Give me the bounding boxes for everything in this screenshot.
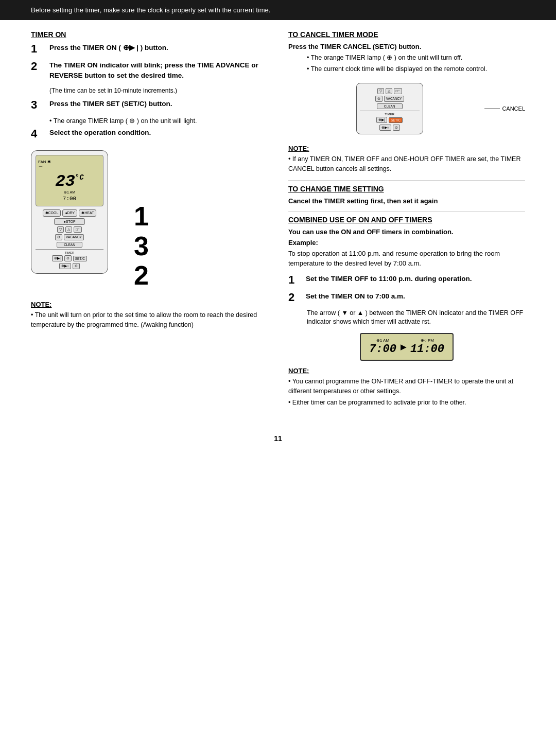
step-numbers-large: 1 3 2 <box>134 202 149 290</box>
sleep-btn: □⁻ <box>74 226 82 233</box>
divider1 <box>288 180 525 181</box>
sr-clean-row: CLEAN <box>360 103 420 109</box>
cool-btn: ✱COOL <box>43 209 61 217</box>
cancel-bullet1: • The orange TIMER lamp ( ⊕ ) on the uni… <box>307 54 525 63</box>
sr-timer-on-btn[interactable]: ⊕▶| <box>376 117 387 123</box>
combined-step2-bullet: The arrow ( ▼ or ▲ ) between the TIMER O… <box>307 309 525 327</box>
combined-step2-text: Set the TIMER ON to 7:00 a.m. <box>306 291 405 302</box>
fan-row: FAN ✱ <box>38 160 101 164</box>
sr-arrow-up: △ <box>386 88 392 94</box>
left-column: TIMER ON 1 Press the TIMER ON ( ⊕▶ | ) b… <box>31 30 268 414</box>
clean-row: CLEAN <box>36 242 103 248</box>
page-number: 11 <box>0 424 556 453</box>
timer-onoff-btn[interactable]: ⊕▶○ <box>59 263 71 269</box>
step2-number: 2 <box>31 60 46 73</box>
stop-btn: ●STOP <box>54 218 85 225</box>
combined-heading: COMBINED USE OF ON AND OFF TIMERS <box>288 216 525 224</box>
s-btn: ⊙ <box>55 234 62 240</box>
timer-section: TIMER ⊕▶| ⊙ SET/C ⊕▶○ ⊙ <box>36 249 103 269</box>
timer-on-small-label: ⊕1 AM <box>376 338 389 343</box>
timer-display-area: ⊕1 AM 7:00 ▶ ⊕○ PM 11:00 <box>288 333 525 361</box>
bottom-note-heading: NOTE: <box>288 367 525 375</box>
step1-number: 1 <box>31 43 46 55</box>
timer-on-heading: TIMER ON <box>31 30 268 39</box>
step1-block: 1 Press the TIMER ON ( ⊕▶ | ) button. <box>31 43 268 55</box>
vacancy-btn: VACANCY <box>64 234 84 240</box>
bottom-note-text2: • Either timer can be programmed to acti… <box>288 398 525 408</box>
timer-circle-btn[interactable]: ⊙ <box>64 255 72 261</box>
example-text: To stop operation at 11:00 p.m. and resu… <box>288 249 525 269</box>
step4-text: Select the operation condition. <box>49 128 151 138</box>
combined-step1-num: 1 <box>288 274 303 286</box>
time-display: 7:00 <box>63 196 76 202</box>
sr-arrow-down: ▽ <box>377 88 384 94</box>
timer-combined-display: ⊕1 AM 7:00 ▶ ⊕○ PM 11:00 <box>360 333 454 361</box>
step4-block: 4 Select the operation condition. <box>31 128 268 140</box>
timer-on-display: ⊕1 AM 7:00 <box>369 338 396 356</box>
change-time-heading: TO CHANGE TIME SETTING <box>288 185 525 193</box>
sr-s-vacancy-row: ⊙ VACANCY <box>360 96 420 102</box>
large-num-3: 3 <box>134 232 149 261</box>
setc-btn[interactable]: SET/C <box>73 256 87 261</box>
fan-icon: ⌒ <box>38 165 43 172</box>
cancel-label: CANCEL <box>502 106 525 112</box>
timer-indicator: ⊕1 AM <box>64 190 75 195</box>
combined-step2: 2 Set the TIMER ON to 7:00 a.m. <box>288 291 525 304</box>
clean-btn: CLEAN <box>57 242 82 248</box>
step3-text: Press the TIMER SET (SET/C) button. <box>49 99 172 109</box>
sr-timer-section: TIMER ⊕▶| SET/C ⊕▶○ ⊙ <box>360 111 420 131</box>
arrow-btns-row: ▽ △ □⁻ <box>36 226 103 233</box>
timer-off-small-label: ⊕○ PM <box>421 338 434 343</box>
cancel-bullet2: • The current clock time will be display… <box>307 65 525 74</box>
example-heading: Example: <box>288 239 525 247</box>
step3-bullet: • The orange TIMER lamp ( ⊕ ) on the uni… <box>49 117 268 126</box>
sr-vacancy-btn: VACANCY <box>384 96 404 102</box>
remote-illustration: FAN ✱ ⌒ 23°C ⊕1 AM 7:00 ✱C <box>31 150 268 290</box>
cancel-remote-area: ▽ △ □⁻ ⊙ VACANCY CLEAN TIMER ⊕▶| <box>299 79 525 138</box>
main-content: TIMER ON 1 Press the TIMER ON ( ⊕▶ | ) b… <box>0 20 556 424</box>
fan-label: FAN ✱ <box>38 160 51 164</box>
step3-block: 3 Press the TIMER SET (SET/C) button. <box>31 99 268 111</box>
page-container: Before setting the timer, make sure the … <box>0 0 556 756</box>
timer-row2: ⊕▶○ ⊙ <box>36 263 103 269</box>
cancel-arrow <box>484 109 500 109</box>
combined-step2-num: 2 <box>288 291 303 304</box>
timer-row1: ⊕▶| ⊙ SET/C <box>36 255 103 261</box>
step3-number: 3 <box>31 99 46 111</box>
heat-btn: ✱HEAT <box>79 209 96 217</box>
left-note-heading: NOTE: <box>31 301 268 308</box>
combined-step1-text: Set the TIMER OFF to 11:00 p.m. during o… <box>306 274 472 284</box>
step2-subtext: (The time can be set in 10-minute increm… <box>49 86 268 95</box>
timer-dot-separator: ▶ <box>401 343 406 351</box>
large-num-2: 2 <box>134 261 149 290</box>
right-note-block: NOTE: • If any TIMER ON, TIMER OFF and O… <box>288 145 525 174</box>
timer-on-btn[interactable]: ⊕▶| <box>52 255 63 261</box>
right-note-heading: NOTE: <box>288 145 525 152</box>
mode-buttons-row: ✱COOL ●DRY ✱HEAT <box>36 209 103 217</box>
temp-value: 23 <box>55 172 75 191</box>
left-note-text: • The unit will turn on prior to the set… <box>31 310 268 330</box>
arrow-down-btn: ▽ <box>57 226 64 233</box>
large-num-1: 1 <box>134 202 149 231</box>
right-column: TO CANCEL TIMER MODE Press the TIMER CAN… <box>288 30 525 414</box>
sr-clean-btn: CLEAN <box>377 103 403 109</box>
remote-drawing-area: FAN ✱ ⌒ 23°C ⊕1 AM 7:00 ✱C <box>31 150 124 274</box>
dry-btn: ●DRY <box>62 209 77 217</box>
bottom-note-block: NOTE: • You cannot programme the ON-TIME… <box>288 367 525 408</box>
sr-timer-label: TIMER <box>360 113 420 116</box>
right-note-text: • If any TIMER ON, TIMER OFF and ONE-HOU… <box>288 154 525 174</box>
timer-off-time: 11:00 <box>410 343 444 356</box>
sr-onoff-btn: ⊕▶○ <box>379 125 391 131</box>
remote-control: FAN ✱ ⌒ 23°C ⊕1 AM 7:00 ✱C <box>31 150 108 274</box>
top-bar: Before setting the timer, make sure the … <box>0 0 556 20</box>
bottom-note-text1: • You cannot programme the ON-TIMER and … <box>288 377 525 396</box>
combined-sub: You can use the ON and OFF timers in com… <box>288 228 525 236</box>
s-vacancy-row: ⊙ VACANCY <box>36 234 103 240</box>
timer-circle2-btn[interactable]: ⊙ <box>73 263 80 269</box>
sr-sleep: □⁻ <box>394 88 402 94</box>
sr-setc-btn-highlight[interactable]: SET/C <box>389 117 403 123</box>
change-time-sub: Cancel the TIMER setting first, then set… <box>288 197 525 205</box>
celsius-symbol: °C <box>75 174 84 182</box>
left-note-block: NOTE: • The unit will turn on prior to t… <box>31 301 268 330</box>
timer-label: TIMER <box>36 251 103 254</box>
